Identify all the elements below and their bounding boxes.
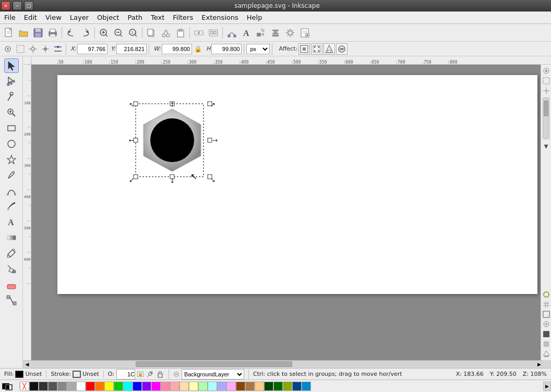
close-button[interactable]: × [1,1,10,10]
snap-grid-button[interactable] [542,300,550,309]
color-olive[interactable] [283,382,292,391]
paint-bucket-tool[interactable] [4,262,19,276]
color-cyan[interactable] [123,382,133,391]
paste-button[interactable] [174,26,187,40]
color-gold[interactable] [255,382,264,391]
select-tool[interactable] [4,58,19,73]
menu-path[interactable]: Path [123,11,147,23]
color-dark-gray[interactable] [39,382,48,391]
menu-edit[interactable]: Edit [20,11,41,23]
color-navy[interactable] [292,382,302,391]
star-tool[interactable] [4,152,19,167]
color-tan[interactable] [245,382,255,391]
print-button[interactable] [46,26,59,40]
scroll-down-button[interactable]: ▼ [542,142,550,150]
color-yellow[interactable] [104,382,114,391]
x-input[interactable] [77,44,107,54]
scroll-right-button[interactable]: ▶ [535,360,543,368]
zoom-in-button[interactable] [97,26,111,40]
hscroll-thumb[interactable] [136,361,292,367]
layer-select[interactable]: BackgroundLayer [182,369,244,379]
nodes-button[interactable] [225,26,238,40]
group-button[interactable] [192,26,206,40]
calligraphy-tool[interactable] [4,199,19,214]
h-input[interactable] [211,44,242,54]
color-salmon[interactable] [170,382,179,391]
opacity-input[interactable] [116,369,135,379]
fill-swatch[interactable] [15,371,23,378]
snap-color-button[interactable] [542,290,550,299]
snap-indicator-2[interactable] [542,77,550,85]
copy-button[interactable] [145,26,158,40]
undo-button[interactable] [64,26,78,40]
minimize-button[interactable]: − [13,1,22,10]
dropper-tool[interactable] [4,246,19,261]
color-pink[interactable] [161,382,170,391]
color-green[interactable] [114,382,123,391]
affect-geometric-button[interactable] [324,43,335,55]
menu-object[interactable]: Object [93,11,123,23]
canvas-viewport[interactable]: ↖ ↑ ↗ ← → ↙ ↓ [31,65,541,360]
color-black[interactable] [29,382,39,391]
vscroll-thumb[interactable] [544,101,548,116]
w-input[interactable] [162,44,192,54]
maximize-button[interactable]: □ [24,1,33,10]
color-magenta[interactable] [151,382,161,391]
color-light-gray[interactable] [67,382,76,391]
redo-button[interactable] [79,26,92,40]
snap-global-button[interactable] [2,43,14,55]
stroke-color-indicator[interactable] [5,384,13,390]
stroke-swatch[interactable] [73,371,81,378]
palette-scroll-right[interactable]: ▶ [543,382,551,391]
new-button[interactable] [2,26,16,40]
color-periwinkle[interactable] [217,382,226,391]
snap-guide-button[interactable] [52,43,64,55]
tweak-tool[interactable] [4,90,19,104]
transparent-color[interactable]: ╳ [20,382,29,391]
color-mode-button[interactable] [542,350,550,358]
menu-filters[interactable]: Filters [169,11,197,23]
snap-nodes-button[interactable] [27,43,39,55]
menu-extensions[interactable]: Extensions [197,11,243,23]
color-purple[interactable] [142,382,151,391]
save-button[interactable] [31,26,45,40]
document-properties-button[interactable] [298,26,312,40]
snap-bbox-button[interactable] [15,43,26,55]
text-tool[interactable]: A [4,215,19,229]
lock-proportions-icon[interactable]: 🔒 [194,45,202,53]
bezier-tool[interactable] [4,183,19,198]
menu-help[interactable]: Help [243,11,267,23]
connector-tool[interactable] [4,293,19,308]
color-dark-green[interactable] [264,382,273,391]
text-tool-button[interactable]: A [239,26,253,40]
eyedropper-icon[interactable] [146,370,154,378]
spray-button[interactable] [254,26,268,40]
pencil-tool[interactable] [4,168,19,182]
ungroup-button[interactable] [207,26,220,40]
lock-icon[interactable] [156,370,164,378]
unit-select[interactable]: pxmmcmin [246,44,270,54]
color-lavender[interactable] [226,382,236,391]
snap-page-button[interactable] [542,310,550,318]
color-sky-blue[interactable] [302,382,311,391]
grid-toggle-button[interactable] [542,340,550,348]
hscroll-track[interactable] [31,360,535,368]
rectangle-tool[interactable] [4,121,19,136]
window-controls[interactable]: × − □ [0,0,34,11]
color-white[interactable] [76,382,86,391]
menu-layer[interactable]: Layer [66,11,93,23]
drawing-canvas[interactable]: ↖ ↑ ↗ ← → ↙ ↓ [57,75,537,294]
menu-text[interactable]: Text [147,11,169,23]
color-light-cyan[interactable] [208,382,217,391]
color-cream[interactable] [189,382,198,391]
color-brown[interactable] [236,382,245,391]
opacity-lock-button[interactable]: 🔒 [137,372,143,377]
open-button[interactable] [17,26,30,40]
affect-bbox-button[interactable] [298,43,310,55]
color-forest[interactable] [273,382,283,391]
snap-plus-button[interactable] [542,320,550,328]
erase-tool[interactable] [4,277,19,292]
menu-view[interactable]: View [41,11,66,23]
menu-file[interactable]: File [0,11,20,23]
color-orange[interactable] [95,382,104,391]
